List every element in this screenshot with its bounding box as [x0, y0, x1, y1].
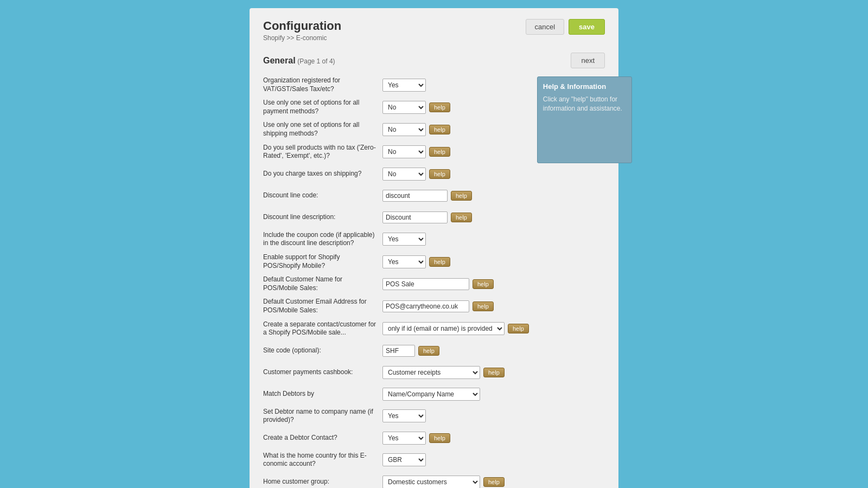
help-button-default_customer_name[interactable]: help: [473, 279, 494, 289]
form-row-match_debtors_by: Match Debtors byName/Company NameEmailID: [263, 386, 529, 402]
controls-match_debtors_by: Name/Company NameEmailID: [382, 388, 529, 401]
label-shopify_pos_support: Enable support for Shopify POS/Shopify M…: [263, 253, 382, 270]
help-button-one_set_shipping[interactable]: help: [429, 125, 450, 134]
label-discount_line_desc: Discount line description:: [263, 213, 382, 222]
controls-shopify_pos_support: YesNohelp: [382, 255, 529, 268]
help-button-create_debtor_contact[interactable]: help: [429, 433, 450, 443]
label-one_set_payment: Use only one set of options for all paym…: [263, 99, 382, 115]
form-row-vat_registered: Organization registered for VAT/GST/Sale…: [263, 76, 529, 93]
sidebar: Help & Information Click any "help" butt…: [537, 76, 632, 488]
controls-create_debtor_contact: YesNohelp: [382, 432, 529, 445]
help-button-no_tax_products[interactable]: help: [429, 147, 450, 157]
header-info: Configuration Shopify >> E-conomic: [263, 19, 341, 42]
label-customer_payments_cashbook: Customer payments cashbook:: [263, 368, 382, 377]
form-row-coupon_code_discount: Include the coupon code (if applicable) …: [263, 231, 529, 248]
form-row-home_customer_group: Home customer group:Domestic customersIn…: [263, 474, 529, 488]
label-one_set_shipping: Use only one set of options for all ship…: [263, 121, 382, 138]
help-button-shopify_pos_support[interactable]: help: [429, 257, 450, 267]
form-row-discount_line_desc: Discount line description:help: [263, 209, 529, 226]
select-charge_tax_shipping[interactable]: YesNo: [382, 168, 426, 181]
label-set_debtor_company_name: Set Debtor name to company name (if prov…: [263, 408, 382, 425]
controls-vat_registered: YesNo: [382, 79, 529, 92]
select-no_tax_products[interactable]: YesNo: [382, 145, 426, 158]
header-buttons: cancel save: [526, 19, 605, 35]
form-row-one_set_payment: Use only one set of options for all paym…: [263, 99, 529, 115]
page-title: Configuration: [263, 19, 341, 33]
page-info: (Page 1 of 4): [297, 57, 335, 65]
help-button-discount_line_desc[interactable]: help: [451, 213, 472, 222]
label-site_code: Site code (optional):: [263, 346, 382, 355]
controls-customer_payments_cashbook: Customer receiptsOtherhelp: [382, 366, 529, 379]
select-home_country[interactable]: GBRUSAAUS: [382, 453, 426, 466]
form-area: Organization registered for VAT/GST/Sale…: [263, 76, 529, 488]
content-area: Organization registered for VAT/GST/Sale…: [263, 76, 605, 488]
label-default_customer_name: Default Customer Name for POS/Mobile Sal…: [263, 275, 382, 292]
help-button-home_customer_group[interactable]: help: [483, 477, 505, 487]
select-shopify_pos_support[interactable]: YesNo: [382, 255, 426, 268]
controls-coupon_code_discount: YesNo: [382, 233, 529, 246]
form-row-create_contact_pos: Create a separate contact/customer for a…: [263, 320, 529, 337]
help-box-text: Click any "help" button for information …: [543, 95, 626, 113]
label-charge_tax_shipping: Do you charge taxes on shipping?: [263, 170, 382, 178]
select-vat_registered[interactable]: YesNo: [382, 79, 426, 92]
help-box-title: Help & Information: [543, 82, 626, 91]
label-home_customer_group: Home customer group:: [263, 478, 382, 486]
help-button-default_customer_email[interactable]: help: [473, 301, 494, 311]
select-set_debtor_company_name[interactable]: YesNo: [382, 409, 426, 422]
controls-create_contact_pos: only if id (email or name) is providedal…: [382, 322, 529, 335]
controls-charge_tax_shipping: YesNohelp: [382, 168, 529, 181]
section-header: General (Page 1 of 4) next: [263, 53, 605, 68]
form-row-create_debtor_contact: Create a Debtor Contact?YesNohelp: [263, 430, 529, 446]
help-button-site_code[interactable]: help: [418, 346, 439, 356]
select-one_set_payment[interactable]: YesNo: [382, 101, 426, 114]
help-button-charge_tax_shipping[interactable]: help: [429, 169, 450, 179]
controls-one_set_payment: YesNohelp: [382, 101, 529, 114]
input-discount_line_code[interactable]: [382, 190, 448, 202]
input-default_customer_name[interactable]: [382, 278, 469, 290]
cancel-button[interactable]: cancel: [526, 19, 565, 35]
select-home_customer_group[interactable]: Domestic customersInternational customer…: [382, 476, 480, 488]
section-title-area: General (Page 1 of 4): [263, 56, 335, 66]
breadcrumb: Shopify >> E-conomic: [263, 34, 341, 42]
select-customer_payments_cashbook[interactable]: Customer receiptsOther: [382, 366, 480, 379]
help-button-customer_payments_cashbook[interactable]: help: [483, 368, 505, 377]
label-create_debtor_contact: Create a Debtor Contact?: [263, 434, 382, 442]
help-box: Help & Information Click any "help" butt…: [537, 76, 632, 163]
select-create_contact_pos[interactable]: only if id (email or name) is providedal…: [382, 322, 505, 335]
form-row-charge_tax_shipping: Do you charge taxes on shipping?YesNohel…: [263, 166, 529, 182]
next-button[interactable]: next: [571, 53, 605, 68]
header: Configuration Shopify >> E-conomic cance…: [263, 19, 605, 42]
label-no_tax_products: Do you sell products with no tax ('Zero-…: [263, 144, 382, 160]
label-match_debtors_by: Match Debtors by: [263, 390, 382, 399]
help-button-discount_line_code[interactable]: help: [451, 191, 472, 201]
form-row-shopify_pos_support: Enable support for Shopify POS/Shopify M…: [263, 253, 529, 270]
form-row-set_debtor_company_name: Set Debtor name to company name (if prov…: [263, 408, 529, 425]
help-button-one_set_payment[interactable]: help: [429, 102, 450, 112]
form-row-default_customer_name: Default Customer Name for POS/Mobile Sal…: [263, 275, 529, 292]
form-row-no_tax_products: Do you sell products with no tax ('Zero-…: [263, 144, 529, 160]
input-discount_line_desc[interactable]: [382, 211, 448, 223]
label-coupon_code_discount: Include the coupon code (if applicable) …: [263, 231, 382, 248]
select-coupon_code_discount[interactable]: YesNo: [382, 233, 426, 246]
input-site_code[interactable]: [382, 345, 415, 357]
input-default_customer_email[interactable]: [382, 300, 469, 312]
controls-site_code: help: [382, 345, 529, 357]
save-button[interactable]: save: [569, 19, 605, 35]
select-create_debtor_contact[interactable]: YesNo: [382, 432, 426, 445]
form-row-one_set_shipping: Use only one set of options for all ship…: [263, 121, 529, 138]
form-row-site_code: Site code (optional):help: [263, 343, 529, 359]
form-row-home_country: What is the home country for this E-cono…: [263, 452, 529, 468]
select-match_debtors_by[interactable]: Name/Company NameEmailID: [382, 388, 480, 401]
select-one_set_shipping[interactable]: YesNo: [382, 123, 426, 136]
controls-default_customer_name: help: [382, 278, 529, 290]
controls-no_tax_products: YesNohelp: [382, 145, 529, 158]
section-title: General: [263, 56, 296, 65]
controls-discount_line_code: help: [382, 190, 529, 202]
controls-set_debtor_company_name: YesNo: [382, 409, 529, 422]
help-button-create_contact_pos[interactable]: help: [508, 324, 529, 333]
label-create_contact_pos: Create a separate contact/customer for a…: [263, 320, 382, 337]
label-vat_registered: Organization registered for VAT/GST/Sale…: [263, 76, 382, 93]
controls-home_customer_group: Domestic customersInternational customer…: [382, 476, 529, 488]
label-default_customer_email: Default Customer Email Address for POS/M…: [263, 298, 382, 314]
form-row-default_customer_email: Default Customer Email Address for POS/M…: [263, 298, 529, 314]
